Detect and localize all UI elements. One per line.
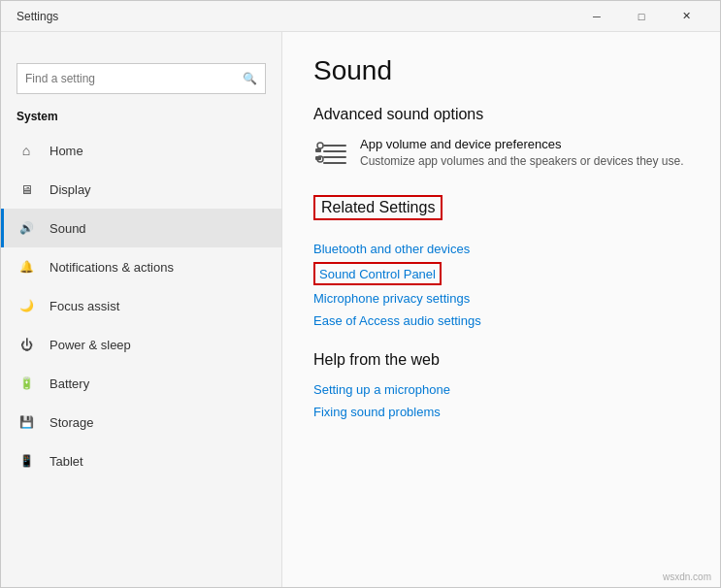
svg-point-6 <box>317 143 323 148</box>
sidebar-item-power-label: Power & sleep <box>49 338 131 352</box>
home-icon <box>16 141 36 160</box>
sidebar-item-power[interactable]: Power & sleep <box>1 325 281 364</box>
svg-rect-3 <box>323 150 346 152</box>
svg-rect-2 <box>323 145 346 147</box>
content-area: 🔍 System Home Display Sound <box>1 32 720 587</box>
main-content: Sound Advanced sound options <box>282 32 720 587</box>
app-volume-description: Customize app volumes and the speakers o… <box>360 153 684 170</box>
sidebar-item-focus-label: Focus assist <box>49 299 119 313</box>
sidebar-item-sound-label: Sound <box>49 221 86 236</box>
sidebar-item-display-label: Display <box>49 182 91 197</box>
sidebar-item-home-label: Home <box>49 144 83 158</box>
window-title: Settings <box>16 10 58 23</box>
sidebar-item-tablet-label: Tablet <box>49 454 83 469</box>
notifications-icon <box>16 257 36 277</box>
sidebar-item-storage-label: Storage <box>49 415 94 430</box>
sound-control-panel-link[interactable]: Sound Control Panel <box>319 267 436 281</box>
maximize-button[interactable]: □ <box>619 1 664 32</box>
minimize-button[interactable]: ─ <box>574 1 619 32</box>
sidebar-item-display[interactable]: Display <box>1 170 281 209</box>
system-label: System <box>1 106 281 131</box>
bluetooth-link[interactable]: Bluetooth and other devices <box>313 238 689 260</box>
related-settings-links: Bluetooth and other devices Sound Contro… <box>313 238 689 332</box>
related-settings-section: Related Settings Bluetooth and other dev… <box>313 195 689 332</box>
sidebar-item-battery[interactable]: Battery <box>1 364 281 403</box>
settings-window: Settings ─ □ ✕ 🔍 System <box>0 0 721 588</box>
svg-rect-5 <box>323 162 346 164</box>
svg-rect-4 <box>323 156 346 158</box>
sidebar-item-storage[interactable]: Storage <box>1 403 281 441</box>
sidebar-header <box>1 32 281 55</box>
display-icon <box>16 180 36 199</box>
related-settings-box: Related Settings <box>313 195 442 220</box>
app-volume-title: App volume and device preferences <box>360 137 684 151</box>
watermark: wsxdn.com <box>663 572 711 582</box>
sound-icon <box>16 218 36 238</box>
storage-icon <box>16 412 36 432</box>
battery-icon <box>16 374 36 393</box>
sidebar-item-battery-label: Battery <box>49 376 89 391</box>
ease-of-access-link[interactable]: Ease of Access audio settings <box>313 310 689 332</box>
sidebar-item-notifications-label: Notifications & actions <box>49 260 174 275</box>
sidebar-item-home[interactable]: Home <box>1 131 281 170</box>
microphone-link[interactable]: Microphone privacy settings <box>313 287 689 310</box>
titlebar: Settings ─ □ ✕ <box>1 1 720 32</box>
help-section-title: Help from the web <box>313 351 689 369</box>
app-volume-item: App volume and device preferences Custom… <box>313 137 689 172</box>
search-input[interactable] <box>25 72 243 85</box>
app-volume-icon <box>313 137 348 172</box>
tablet-icon <box>16 451 36 471</box>
close-button[interactable]: ✕ <box>664 1 708 32</box>
search-icon: 🔍 <box>243 72 257 85</box>
setup-microphone-link[interactable]: Setting up a microphone <box>313 378 689 401</box>
sidebar-item-focus[interactable]: Focus assist <box>1 286 281 325</box>
fixing-sound-link[interactable]: Fixing sound problems <box>313 401 689 423</box>
focus-icon <box>16 296 36 315</box>
window-controls: ─ □ ✕ <box>574 1 708 32</box>
sidebar: 🔍 System Home Display Sound <box>1 32 282 587</box>
advanced-sound-title: Advanced sound options <box>313 106 689 123</box>
app-volume-text: App volume and device preferences Custom… <box>360 137 684 170</box>
sidebar-item-sound[interactable]: Sound <box>1 209 281 247</box>
sidebar-item-notifications[interactable]: Notifications & actions <box>1 247 281 286</box>
help-section: Help from the web Setting up a microphon… <box>313 351 689 423</box>
search-box[interactable]: 🔍 <box>16 63 266 94</box>
power-icon <box>16 335 36 354</box>
related-settings-title: Related Settings <box>321 199 435 215</box>
page-title: Sound <box>313 55 689 86</box>
sidebar-item-tablet[interactable]: Tablet <box>1 441 281 480</box>
